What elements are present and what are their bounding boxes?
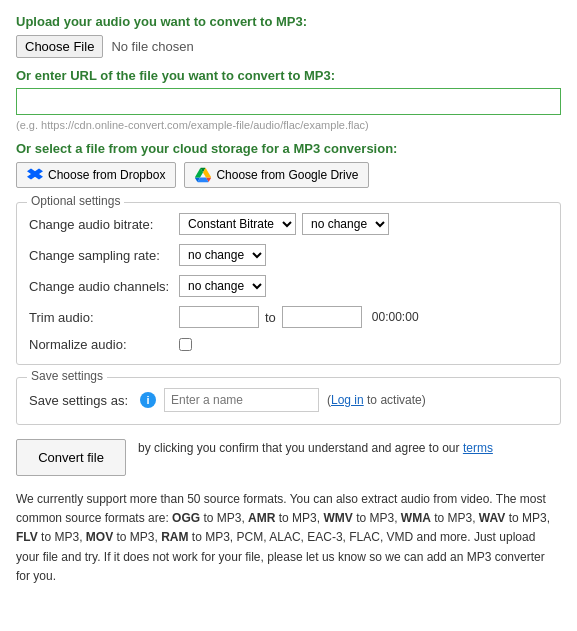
bitrate-label: Change audio bitrate: [29, 217, 179, 232]
sampling-label: Change sampling rate: [29, 248, 179, 263]
save-settings-box: Save settings Save settings as: i (Log i… [16, 377, 561, 425]
save-name-input[interactable] [164, 388, 319, 412]
upload-label: Upload your audio you want to convert to… [16, 14, 561, 29]
url-input[interactable] [16, 88, 561, 115]
dropbox-label: Choose from Dropbox [48, 168, 165, 182]
cloud-section: Or select a file from your cloud storage… [16, 141, 561, 188]
url-example: (e.g. https://cdn.online-convert.com/exa… [16, 119, 561, 131]
info-icon[interactable]: i [140, 392, 156, 408]
channels-row: Change audio channels: no change mono st… [29, 275, 548, 297]
bitrate-select[interactable]: Constant Bitrate Variable Bitrate [179, 213, 296, 235]
optional-settings-box: Optional settings Change audio bitrate: … [16, 202, 561, 365]
channels-label: Change audio channels: [29, 279, 179, 294]
info-text: We currently support more than 50 source… [16, 490, 561, 586]
login-text: (Log in to activate) [327, 393, 426, 407]
bitrate-sub-select[interactable]: no change 64kbps 128kbps 192kbps 320kbps [302, 213, 389, 235]
save-settings-label: Save settings as: [29, 393, 128, 408]
sampling-row: Change sampling rate: no change 8000 Hz … [29, 244, 548, 266]
convert-button[interactable]: Convert file [16, 439, 126, 476]
normalize-checkbox[interactable] [179, 338, 192, 351]
normalize-row: Normalize audio: [29, 337, 548, 352]
optional-settings-legend: Optional settings [27, 194, 124, 208]
cloud-label: Or select a file from your cloud storage… [16, 141, 561, 156]
no-file-label: No file chosen [111, 39, 193, 54]
login-link[interactable]: Log in [331, 393, 364, 407]
gdrive-icon [195, 167, 211, 183]
convert-note: by clicking you confirm that you underst… [138, 439, 493, 457]
choose-file-button[interactable]: Choose File [16, 35, 103, 58]
trim-to-text: to [265, 310, 276, 325]
trim-start-input[interactable] [179, 306, 259, 328]
save-settings-legend: Save settings [27, 369, 107, 383]
dropbox-button[interactable]: Choose from Dropbox [16, 162, 176, 188]
convert-row: Convert file by clicking you confirm tha… [16, 439, 561, 476]
normalize-label: Normalize audio: [29, 337, 179, 352]
gdrive-button[interactable]: Choose from Google Drive [184, 162, 369, 188]
sampling-select[interactable]: no change 8000 Hz 11025 Hz 22050 Hz 4410… [179, 244, 266, 266]
channels-select[interactable]: no change mono stereo [179, 275, 266, 297]
trim-time-label: 00:00:00 [372, 310, 419, 324]
trim-row: Trim audio: to 00:00:00 [29, 306, 548, 328]
bitrate-row: Change audio bitrate: Constant Bitrate V… [29, 213, 548, 235]
gdrive-label: Choose from Google Drive [216, 168, 358, 182]
url-section: Or enter URL of the file you want to con… [16, 68, 561, 131]
trim-end-input[interactable] [282, 306, 362, 328]
terms-link[interactable]: terms [463, 441, 493, 455]
trim-label: Trim audio: [29, 310, 179, 325]
url-label: Or enter URL of the file you want to con… [16, 68, 561, 83]
dropbox-icon [27, 167, 43, 183]
upload-section: Upload your audio you want to convert to… [16, 14, 561, 58]
